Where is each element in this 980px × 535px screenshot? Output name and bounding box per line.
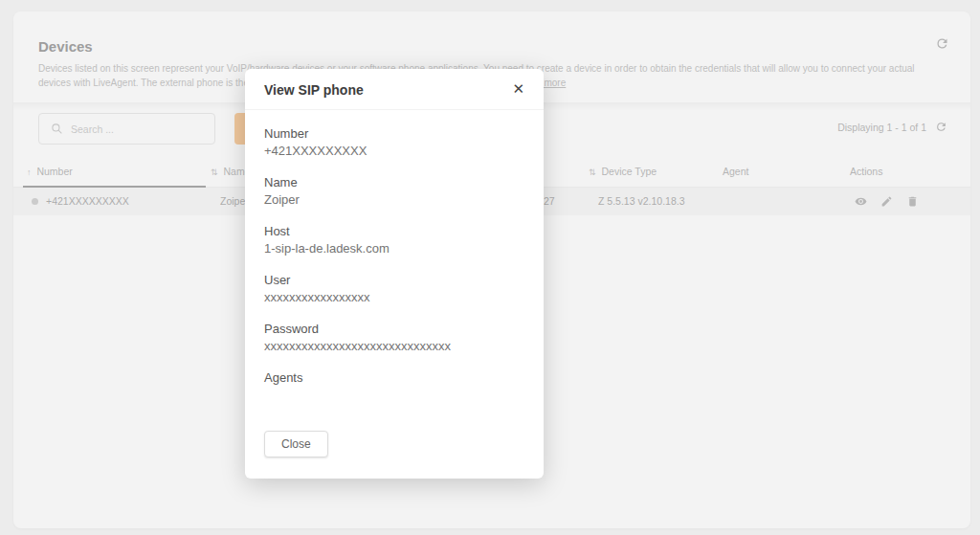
close-icon[interactable]: ✕ <box>508 78 528 100</box>
modal-title: View SIP phone <box>264 82 364 98</box>
field-label: Name <box>264 174 524 191</box>
field-value: 1-sip-la-de.ladesk.com <box>264 240 524 257</box>
field-agents: Agents <box>264 369 524 404</box>
field-label: Number <box>264 125 524 143</box>
field-label: Host <box>264 223 524 240</box>
field-value <box>264 387 524 404</box>
field-label: Password <box>264 321 524 338</box>
field-label: User <box>264 272 524 289</box>
modal-footer: Close <box>245 418 544 457</box>
modal-body: Number +421XXXXXXXXX Name Zoiper Host 1-… <box>245 110 544 404</box>
field-label: Agents <box>264 369 524 387</box>
field-value: xxxxxxxxxxxxxxxxx <box>264 289 524 306</box>
field-password: Password xxxxxxxxxxxxxxxxxxxxxxxxxxxxxx <box>264 321 524 355</box>
field-name: Name Zoiper <box>264 174 524 209</box>
field-number: Number +421XXXXXXXXX <box>264 125 524 160</box>
close-button[interactable]: Close <box>264 431 328 457</box>
field-value: Zoiper <box>264 191 524 209</box>
modal-header: View SIP phone ✕ <box>245 69 544 110</box>
field-value: xxxxxxxxxxxxxxxxxxxxxxxxxxxxxx <box>264 338 524 355</box>
field-host: Host 1-sip-la-de.ladesk.com <box>264 223 524 257</box>
field-user: User xxxxxxxxxxxxxxxxx <box>264 272 524 306</box>
devices-page: Devices Devices listed on this screen re… <box>0 0 980 535</box>
view-sip-phone-modal: View SIP phone ✕ Number +421XXXXXXXXX Na… <box>245 69 544 479</box>
field-value: +421XXXXXXXXX <box>264 143 524 160</box>
